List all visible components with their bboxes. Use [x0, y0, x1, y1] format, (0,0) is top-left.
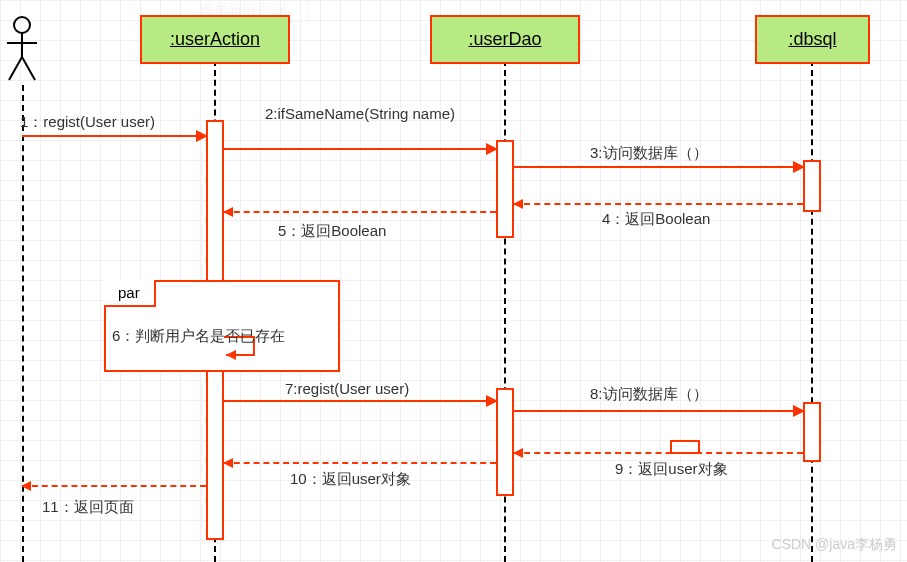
svg-point-0: [14, 17, 30, 33]
activation-userdao-2: [496, 388, 514, 496]
msg-4-label: 4：返回Boolean: [602, 210, 710, 229]
svg-line-4: [22, 57, 35, 80]
svg-line-3: [9, 57, 22, 80]
par-label: par: [104, 280, 156, 307]
lifeline-useraction: :userAction: [140, 15, 290, 64]
svg-marker-5: [226, 350, 236, 360]
msg-9-label: 9：返回user对象: [615, 460, 728, 479]
msg-7-arrow: [224, 400, 496, 402]
msg-11-label: 11：返回页面: [42, 498, 134, 517]
lifeline-dbsql: :dbsql: [755, 15, 870, 64]
msg-5-label: 5：返回Boolean: [278, 222, 386, 241]
lifeline-line-dbsql: [811, 60, 813, 562]
msg-11-arrow: [22, 485, 206, 487]
activation-dbsql-1: [803, 160, 821, 212]
msg-6-label: 6：判断用户名是否已存在: [112, 327, 285, 346]
msg-1-arrow: [22, 135, 206, 137]
msg-10-label: 10：返回user对象: [290, 470, 411, 489]
watermark: CSDN @java李杨勇: [772, 536, 897, 554]
activation-userdao-1: [496, 140, 514, 238]
msg-9-arrow: [514, 452, 803, 454]
actor-stickman: [5, 15, 40, 85]
msg-2-arrow: [224, 148, 496, 150]
msg-3-arrow: [514, 166, 803, 168]
msg-7-label: 7:regist(User user): [285, 380, 409, 397]
msg-4-arrow: [514, 203, 803, 205]
msg-8-arrow: [514, 410, 803, 412]
msg-10-arrow: [224, 462, 496, 464]
msg-8-label: 8:访问数据库（）: [590, 385, 708, 404]
msg-3-label: 3:访问数据库（）: [590, 144, 708, 163]
msg-2-label: 2:ifSameName(String name): [260, 105, 460, 122]
msg-1-label: 1：regist(User user): [20, 113, 155, 132]
lifeline-userdao: :userDao: [430, 15, 580, 64]
activation-dbsql-2: [803, 402, 821, 462]
msg-5-arrow: [224, 211, 496, 213]
msg-9-note-box: [670, 440, 700, 454]
